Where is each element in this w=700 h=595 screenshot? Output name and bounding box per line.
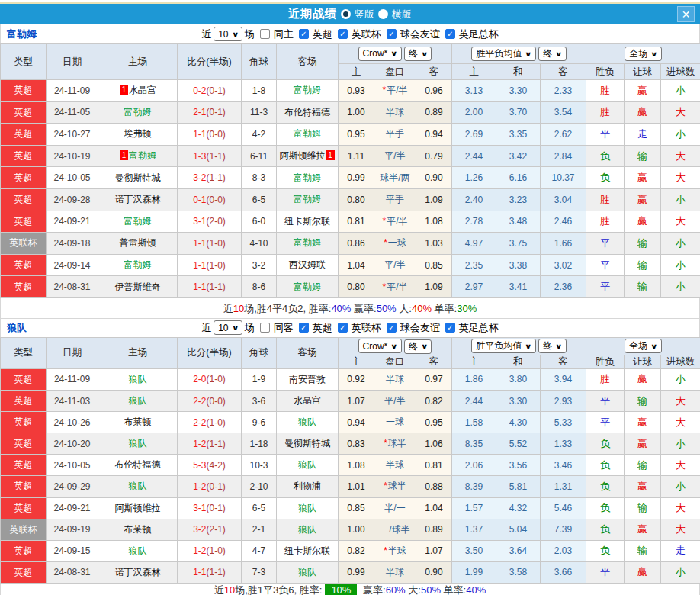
games-count-select[interactable]: 10∨ xyxy=(214,320,242,335)
league-checkbox[interactable] xyxy=(338,323,348,333)
handicap-label: 平手 xyxy=(386,128,404,139)
handicap-label: 半/一 xyxy=(384,503,405,513)
league-badge: 英超 xyxy=(1,561,47,583)
match-date: 24-11-03 xyxy=(47,391,98,412)
sub-column-header: 和 xyxy=(496,64,541,80)
full-score: 2-2 xyxy=(193,417,206,428)
games-count-select[interactable]: 10∨ xyxy=(214,27,242,41)
chevron-down-icon: ∨ xyxy=(231,31,239,38)
odds-stage-select[interactable]: 终∨ xyxy=(404,339,432,354)
same-venue-checkbox[interactable] xyxy=(260,29,270,39)
sub-column-header: 客 xyxy=(541,355,586,368)
result-handicap-bet: 输 xyxy=(625,276,661,298)
league-checkbox[interactable] xyxy=(338,29,348,39)
close-button[interactable]: ✕ xyxy=(677,6,695,22)
mean-draw: 4.30 xyxy=(496,412,541,433)
home-team: 富勒姆 xyxy=(98,211,178,233)
near-label: 近 xyxy=(201,27,211,41)
handicap-label: 半球 xyxy=(386,107,404,117)
half-score: (4-2) xyxy=(207,460,226,471)
summary-segment: 大: xyxy=(406,584,421,595)
odds-provider-select[interactable]: Crow*∨ xyxy=(358,47,402,61)
half-score: (1-0) xyxy=(207,260,226,271)
match-score: 2-0(1-0) xyxy=(178,368,242,390)
summary-segment: 近 xyxy=(223,303,233,314)
team-label: 纽卡斯尔联 xyxy=(284,216,330,227)
team-label: 狼队 xyxy=(129,395,147,406)
corner-score: 6-5 xyxy=(242,188,277,211)
layout-vertical-radio[interactable] xyxy=(341,9,351,19)
result-outcome: 负 xyxy=(586,497,625,519)
odds-home: 0.94 xyxy=(339,412,374,433)
summary-segment: 近 xyxy=(214,584,224,595)
team-label: 纽卡斯尔联 xyxy=(284,545,330,556)
corner-score: 6-11 xyxy=(242,145,277,167)
odds-provider-select[interactable]: Crow*∨ xyxy=(358,339,402,353)
full-score: 2-2 xyxy=(193,396,206,407)
layout-horizontal-radio[interactable] xyxy=(378,9,388,19)
league-checkbox[interactable] xyxy=(387,29,397,39)
result-handicap-bet: 输 xyxy=(625,391,661,412)
odds-stage-select[interactable]: 终∨ xyxy=(404,47,432,61)
match-date: 24-10-05 xyxy=(47,455,98,476)
corner-score: 10-3 xyxy=(242,455,277,476)
match-date: 24-10-05 xyxy=(47,167,98,189)
league-checkbox[interactable] xyxy=(445,29,455,39)
league-badge: 英超 xyxy=(1,276,47,298)
corner-score: 8-3 xyxy=(242,167,277,189)
team-label: 富勒姆 xyxy=(294,172,321,183)
mean-draw: 3.56 xyxy=(496,455,541,476)
result-handicap-bet: 输 xyxy=(625,455,661,476)
team-label: 利物浦 xyxy=(294,481,321,491)
result-outcome: 负 xyxy=(586,476,625,497)
league-checkbox-label: 英联杯 xyxy=(352,321,381,335)
away-team: 狼队 xyxy=(277,455,339,476)
result-handicap-bet: 赢 xyxy=(625,211,661,233)
league-checkbox[interactable] xyxy=(387,323,397,333)
mean-home: 2.69 xyxy=(452,124,496,146)
match-date: 24-09-21 xyxy=(47,211,98,233)
mean-select[interactable]: 胜平负均值∨ xyxy=(471,47,535,61)
odds-handicap: 半球 xyxy=(374,455,416,476)
scope-select[interactable]: 全场∨ xyxy=(625,47,661,61)
full-score: 3-2 xyxy=(193,524,206,535)
corner-score: 4-7 xyxy=(242,540,277,561)
games-unit-label: 场 xyxy=(245,321,255,335)
mean-select[interactable]: 胜平负均值∨ xyxy=(471,339,535,353)
team-label: 伊普斯维奇 xyxy=(115,281,161,292)
mean-home: 1.37 xyxy=(452,519,496,540)
match-date: 24-08-31 xyxy=(47,561,98,583)
star-icon: * xyxy=(382,216,386,227)
scope-select[interactable]: 全场∨ xyxy=(625,339,661,353)
mean-away: 3.54 xyxy=(541,101,586,124)
odds-away: 0.85 xyxy=(416,254,452,276)
result-handicap-bet: 输 xyxy=(625,233,661,255)
corner-score: 3-6 xyxy=(242,391,277,412)
mean-draw: 4.32 xyxy=(496,497,541,519)
league-badge: 英超 xyxy=(1,188,47,211)
same-venue-checkbox[interactable] xyxy=(260,323,270,333)
match-row: 英超24-10-20狼队1-2(1-1)1-18曼彻斯特城0.83*球半1.06… xyxy=(1,433,700,455)
summary-segment: 赢率: xyxy=(360,584,385,595)
league-checkbox[interactable] xyxy=(445,323,455,333)
handicap-label: 一球 xyxy=(386,416,404,427)
away-team: 富勒姆 xyxy=(277,233,339,255)
odds-away: 1.04 xyxy=(416,497,452,519)
half-score: (2-1) xyxy=(207,524,226,535)
league-badge: 英超 xyxy=(1,540,47,561)
column-header: 比分(半场) xyxy=(178,44,242,80)
title-group: 近期战绩 竖版 横版 xyxy=(288,7,412,21)
team-label: 曼彻斯特城 xyxy=(115,172,161,183)
odds-home: 1.04 xyxy=(339,254,374,276)
mean-draw: 3.42 xyxy=(496,145,541,167)
mean-stage-select[interactable]: 终∨ xyxy=(538,47,566,61)
result-goals: 走 xyxy=(661,540,700,561)
full-score: 1-2 xyxy=(193,439,206,449)
league-checkbox[interactable] xyxy=(299,29,309,39)
star-icon: * xyxy=(382,281,386,292)
mean-stage-select[interactable]: 终∨ xyxy=(538,339,566,353)
result-outcome: 负 xyxy=(586,433,625,455)
league-checkbox[interactable] xyxy=(299,323,309,333)
result-goals: 大 xyxy=(661,167,700,189)
handicap-label: 一球 xyxy=(388,237,406,248)
